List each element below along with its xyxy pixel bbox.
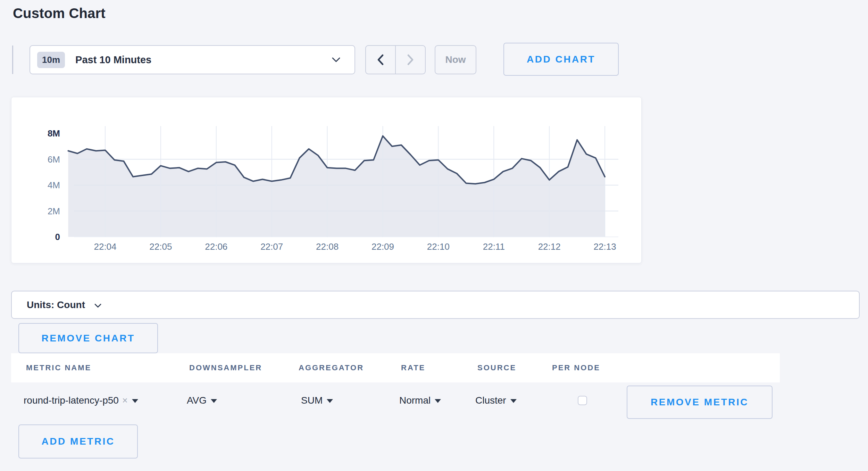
add-chart-label: ADD CHART [527, 54, 595, 65]
metrics-table-header: METRIC NAME DOWNSAMPLER AGGREGATOR RATE … [11, 353, 780, 382]
x-axis-label: 22:04 [94, 241, 116, 252]
column-header-rate: RATE [401, 363, 425, 372]
page-title: Custom Chart [13, 6, 106, 21]
chevron-down-icon [94, 303, 102, 308]
column-header-source: SOURCE [477, 363, 516, 372]
column-header-per-node: PER NODE [552, 363, 600, 372]
time-pager [365, 45, 426, 74]
x-axis-label: 22:10 [427, 241, 450, 252]
dropdown-caret-icon [327, 399, 333, 403]
toolbar-divider [12, 46, 13, 74]
x-axis-label: 22:11 [483, 241, 505, 252]
rate-value: Normal [399, 395, 431, 406]
dropdown-caret-icon [435, 399, 441, 403]
dropdown-caret-icon [510, 399, 517, 403]
metric-name-value: round-trip-latency-p50 [24, 395, 119, 406]
downsampler-select[interactable]: AVG [187, 395, 217, 406]
y-axis-label: 4M [18, 180, 60, 191]
add-metric-label: ADD METRIC [42, 436, 115, 447]
source-select[interactable]: Cluster [475, 395, 517, 406]
custom-chart-page: { "page": { "title": "Custom Chart" }, "… [0, 0, 868, 471]
add-chart-button[interactable]: ADD CHART [503, 43, 619, 76]
chart-card: 02M4M6M8M22:0422:0522:0622:0722:0822:092… [11, 97, 642, 263]
downsampler-value: AVG [187, 395, 207, 406]
x-axis-label: 22:08 [316, 241, 339, 252]
y-axis-label: 6M [18, 154, 60, 165]
remove-metric-button[interactable]: REMOVE METRIC [627, 386, 773, 419]
column-header-metric-name: METRIC NAME [26, 363, 91, 372]
chevron-down-icon [332, 57, 341, 63]
timeseries-chart [11, 97, 642, 264]
now-button[interactable]: Now [435, 45, 476, 74]
metric-name-select[interactable]: round-trip-latency-p50 × [24, 395, 138, 406]
clear-metric-icon[interactable]: × [122, 395, 128, 406]
add-metric-button[interactable]: ADD METRIC [18, 424, 138, 458]
x-axis-label: 22:06 [205, 241, 227, 252]
column-header-downsampler: DOWNSAMPLER [189, 363, 262, 372]
aggregator-select[interactable]: SUM [301, 395, 333, 406]
x-axis-label: 22:07 [260, 241, 283, 252]
prev-timespan-button[interactable] [366, 46, 396, 74]
time-range-badge: 10m [37, 52, 65, 68]
dropdown-caret-icon [211, 399, 217, 403]
units-select[interactable]: Units: Count [11, 291, 860, 319]
units-select-label: Units: Count [27, 299, 85, 311]
remove-metric-label: REMOVE METRIC [651, 397, 749, 408]
per-node-checkbox[interactable] [578, 396, 587, 405]
time-range-select[interactable]: 10m Past 10 Minutes [30, 45, 355, 74]
aggregator-value: SUM [301, 395, 323, 406]
next-timespan-button[interactable] [396, 46, 425, 74]
x-axis-label: 22:12 [538, 241, 561, 252]
remove-chart-label: REMOVE CHART [41, 333, 135, 344]
y-axis-label: 0 [18, 232, 60, 242]
x-axis-label: 22:09 [372, 241, 394, 252]
dropdown-caret-icon [132, 399, 138, 403]
remove-chart-button[interactable]: REMOVE CHART [18, 323, 158, 353]
y-axis-label: 2M [18, 206, 60, 216]
x-axis-label: 22:13 [594, 241, 616, 252]
time-range-label: Past 10 Minutes [75, 54, 151, 66]
chevron-left-icon [377, 54, 384, 65]
now-button-label: Now [445, 54, 466, 65]
y-axis-label: 8M [18, 128, 60, 139]
rate-select[interactable]: Normal [399, 395, 441, 406]
chevron-right-icon [407, 54, 414, 65]
x-axis-label: 22:05 [149, 241, 172, 252]
column-header-aggregator: AGGREGATOR [299, 363, 364, 372]
source-value: Cluster [475, 395, 506, 406]
